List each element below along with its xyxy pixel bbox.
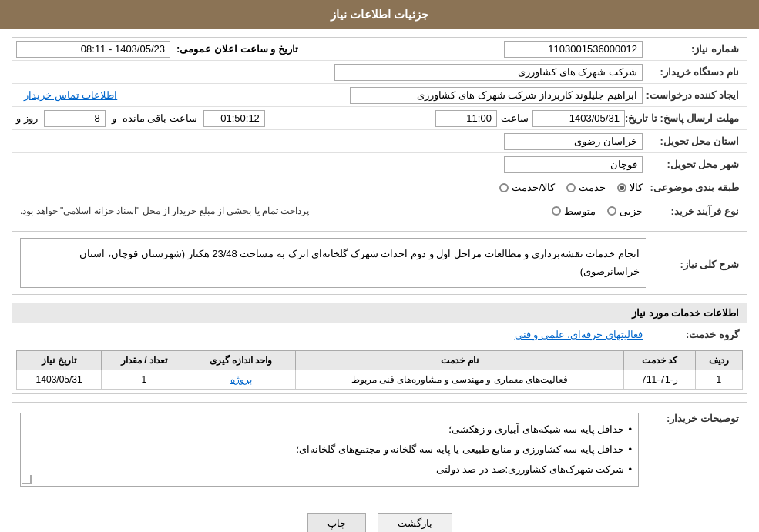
deadline-date-value: 1403/05/31 [532,110,625,127]
need-number-value: 1103001536000012 [504,41,643,58]
col-date: تاریخ نیاز [17,350,102,370]
radio-motavasset-icon [552,206,561,216]
category-label: طبقه بندی موضوعی: [643,182,743,193]
category-row: طبقه بندی موضوعی: کالا خدمت کالا/خدمت [12,176,747,199]
col-unit: واحد اندازه گیری [186,350,295,370]
province-label: استان محل تحویل: [643,136,743,147]
creator-label: ایجاد کننده درخواست: [643,89,743,101]
process-option-motavasset[interactable]: متوسط [552,206,596,217]
col-name: نام خدمت [295,350,624,370]
process-option-jozii[interactable]: جزیی [607,206,643,217]
buyer-notes-section: توصیحات خریدار: حداقل پایه سه شبکه‌های آ… [12,402,747,497]
process-label: نوع فرآیند خرید: [643,206,743,217]
process-row: نوع فرآیند خرید: جزیی متوسط پرداخت تمام … [12,199,747,223]
province-value: خراسان رضوی [504,133,643,150]
days-value: 8 [44,110,106,127]
city-value: قوچان [504,156,643,173]
notes-list: حداقل پایه سه شبکه‌های آبیاری و زهکشی؛ ح… [27,420,632,480]
cell-row: 1 [695,370,743,389]
buyer-notes-text: حداقل پایه سه شبکه‌های آبیاری و زهکشی؛ ح… [20,413,639,487]
buyer-notes-label: توصیحات خریدار: [643,409,743,424]
cell-unit[interactable]: پروژه [186,370,295,389]
need-number-label: شماره نیاز: [643,43,743,55]
service-group-row: گروه خدمت: فعالیتهای حرفه‌ای، علمی و فنی [12,323,747,346]
service-table: ردیف کد خدمت نام خدمت واحد اندازه گیری ت… [16,350,743,390]
days-label: و [112,112,116,124]
province-row: استان محل تحویل: خراسان رضوی [12,130,747,153]
deadline-time-value: 11:00 [435,110,497,127]
main-content: شماره نیاز: 1103001536000012 تاریخ و ساع… [0,29,759,532]
back-button[interactable]: بازگشت [378,513,452,532]
note-item-3: شرکت شهرک‌های کشاورزی:صد در صد دولتی [27,460,632,480]
service-info-section: اطلاعات خدمات مورد نیاز گروه خدمت: فعالی… [12,303,747,394]
city-row: شهر محل تحویل: قوچان [12,153,747,176]
page-header: جزئیات اطلاعات نیاز [0,0,759,29]
note-item-1: حداقل پایه سه شبکه‌های آبیاری و زهکشی؛ [27,420,632,440]
process-note: پرداخت تمام یا بخشی از مبلغ خریدار از مح… [20,206,309,216]
col-code: کد خدمت [624,350,695,370]
buyer-org-value: شرکت شهرک های کشاورزی [334,64,643,81]
announcement-date-value: 1403/05/23 - 08:11 [16,41,170,58]
category-option-kala[interactable]: کالا [617,182,643,193]
resize-handle[interactable] [22,475,32,484]
radio-jozii-icon [607,206,616,216]
buyer-org-label: نام دستگاه خریدار: [643,66,743,78]
buyer-org-row: نام دستگاه خریدار: شرکت شهرک های کشاورزی [12,61,747,84]
announcement-label: تاریخ و ساعت اعلان عمومی: [176,43,298,55]
table-row: 1 ر-71-711 فعالیت‌های معماری و مهندسی و … [17,370,743,389]
remaining-label: ساعت باقی مانده [123,112,197,124]
city-label: شهر محل تحویل: [643,159,743,170]
buyer-notes-row: توصیحات خریدار: حداقل پایه سه شبکه‌های آ… [12,403,747,497]
category-radio-group: کالا خدمت کالا/خدمت [499,182,643,193]
button-row: بازگشت چاپ [12,505,747,532]
cell-date: 1403/05/31 [17,370,102,389]
col-row: ردیف [695,350,743,370]
service-table-section: ردیف کد خدمت نام خدمت واحد اندازه گیری ت… [16,350,743,390]
service-group-value[interactable]: فعالیتهای حرفه‌ای، علمی و فنی [515,329,643,340]
table-header-row: ردیف کد خدمت نام خدمت واحد اندازه گیری ت… [17,350,743,370]
radio-kala-khedmat-icon [499,183,509,192]
service-info-header: اطلاعات خدمات مورد نیاز [12,303,747,323]
remaining-time-group: 01:50:12 ساعت باقی مانده و 8 روز و [16,110,265,127]
deadline-label: مهلت ارسال پاسخ: تا تاریخ: [625,112,743,124]
creator-value: ابراهیم جلیلوند کاربرداز شرکت شهرک های ک… [350,87,643,104]
print-button[interactable]: چاپ [307,513,366,532]
radio-kala-icon [617,183,626,192]
creator-row: ایجاد کننده درخواست: ابراهیم جلیلوند کار… [12,84,747,107]
description-row: شرح کلی نیاز: انجام خدمات نقشه‌برداری و … [12,232,747,294]
cell-quantity: 1 [102,370,186,389]
remaining-time-value: 01:50:12 [203,110,265,127]
description-label: شرح کلی نیاز: [650,255,743,270]
description-section: شرح کلی نیاز: انجام خدمات نقشه‌برداری و … [12,231,747,295]
contact-link[interactable]: اطلاعات تماس خریدار [24,89,117,101]
cell-code: ر-71-711 [624,370,695,389]
main-info-section: شماره نیاز: 1103001536000012 تاریخ و ساع… [12,37,747,223]
note-item-2: حداقل پایه سه کشاورزی و منابع طبیعی یا پ… [27,440,632,460]
cell-name: فعالیت‌های معماری و مهندسی و مشاوره‌های … [295,370,624,389]
days-suffix: روز و [16,112,38,124]
radio-khedmat-icon [566,183,576,192]
need-number-row: شماره نیاز: 1103001536000012 تاریخ و ساع… [12,38,747,61]
category-option-kala-khedmat[interactable]: کالا/خدمت [499,182,555,193]
col-quantity: تعداد / مقدار [102,350,186,370]
category-option-khedmat[interactable]: خدمت [566,182,606,193]
process-radio-group: جزیی متوسط [552,206,643,217]
page-title: جزئیات اطلاعات نیاز [331,8,428,21]
service-group-label: گروه خدمت: [643,329,743,340]
page-container: جزئیات اطلاعات نیاز شماره نیاز: 11030015… [0,0,759,532]
deadline-time-label: ساعت [501,112,529,124]
description-text: انجام خدمات نقشه‌برداری و مطالعات مراحل … [20,238,646,288]
deadline-row: مهلت ارسال پاسخ: تا تاریخ: 1403/05/31 سا… [12,107,747,130]
